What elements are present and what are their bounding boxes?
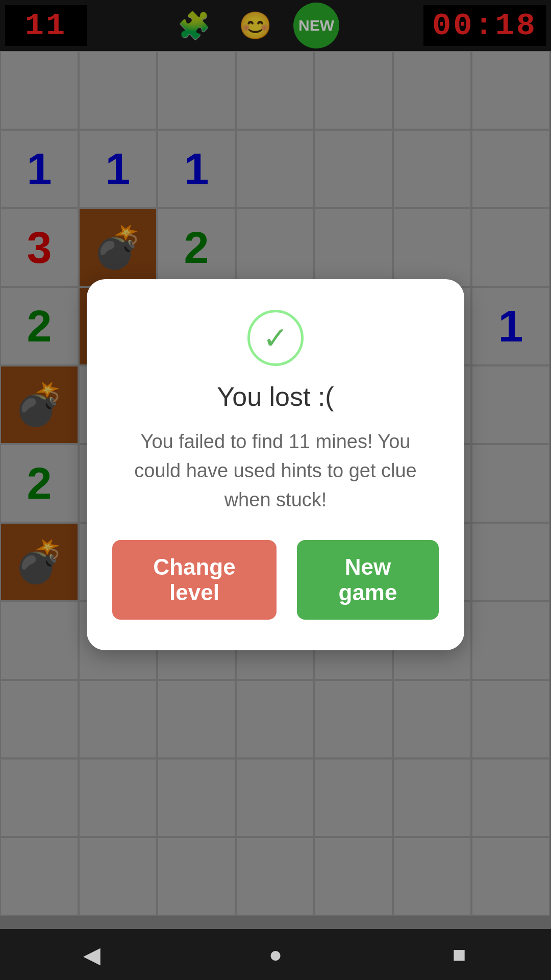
check-circle-icon: ✓: [247, 310, 304, 366]
recents-button[interactable]: ■: [439, 934, 480, 975]
result-dialog: ✓ You lost :( You failed to find 11 mine…: [87, 279, 464, 650]
dialog-title: You lost :(: [217, 381, 334, 412]
dialog-buttons: Change level New game: [112, 540, 439, 620]
bottom-nav: ◀ ● ■: [0, 929, 551, 980]
back-button[interactable]: ◀: [71, 934, 112, 975]
new-game-button[interactable]: New game: [297, 540, 439, 620]
home-button[interactable]: ●: [255, 934, 296, 975]
dialog-overlay: ✓ You lost :( You failed to find 11 mine…: [0, 0, 551, 929]
dialog-message: You failed to find 11 mines! You could h…: [112, 427, 439, 514]
change-level-button[interactable]: Change level: [112, 540, 277, 620]
